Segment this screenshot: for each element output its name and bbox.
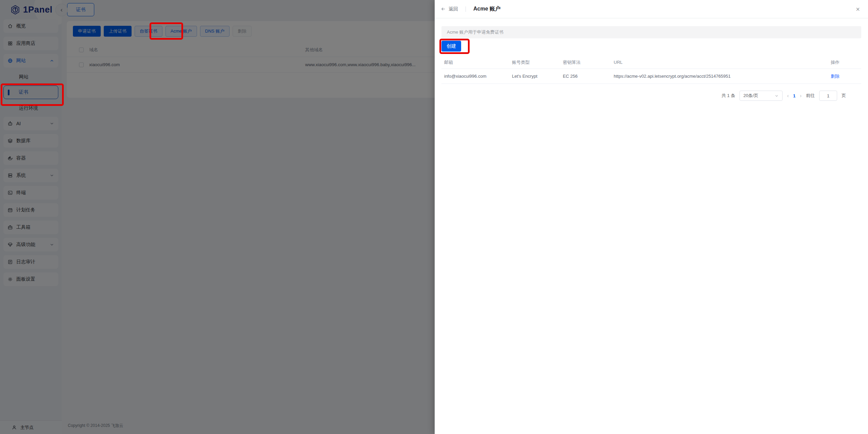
- info-alert: Acme 账户用于申请免费证书: [441, 26, 861, 38]
- column-header-key-algorithm: 密钥算法: [560, 59, 611, 65]
- column-header-url: URL: [611, 60, 828, 65]
- cell-key-algorithm: EC 256: [560, 74, 611, 79]
- cell-account-type: Let's Encrypt: [509, 74, 560, 79]
- pagination-total: 共 1 条: [722, 93, 735, 99]
- acme-account-table: 邮箱 账号类型 密钥算法 URL 操作 info@xiaocui996.com …: [441, 56, 861, 84]
- create-button[interactable]: 创建: [441, 41, 461, 52]
- arrow-left-icon: [441, 6, 446, 12]
- column-header-action: 操作: [828, 59, 861, 65]
- prev-page-button[interactable]: ‹: [787, 93, 789, 98]
- drawer-title: Acme 账户: [473, 5, 500, 13]
- cell-email: info@xiaocui996.com: [441, 74, 509, 79]
- back-button[interactable]: 返回: [441, 6, 458, 12]
- cell-url: https://acme-v02.api.letsencrypt.org/acm…: [611, 74, 828, 79]
- acme-table-header: 邮箱 账号类型 密钥算法 URL 操作: [441, 56, 861, 69]
- column-header-account-type: 账号类型: [509, 59, 560, 65]
- pagination: 共 1 条 20条/页 ‹ 1 › 前往 页: [441, 91, 861, 101]
- page-unit-label: 页: [842, 93, 846, 99]
- next-page-button[interactable]: ›: [800, 93, 802, 98]
- page-size-value: 20条/页: [743, 93, 758, 99]
- page-size-select[interactable]: 20条/页: [739, 91, 783, 101]
- header-divider: [466, 6, 466, 12]
- chevron-down-icon: [774, 94, 779, 98]
- drawer-header: 返回 Acme 账户 ×: [435, 0, 868, 18]
- info-alert-text: Acme 账户用于申请免费证书: [447, 29, 504, 35]
- table-row: info@xiaocui996.com Let's Encrypt EC 256…: [441, 69, 861, 84]
- page-number-1[interactable]: 1: [793, 93, 795, 98]
- back-button-label: 返回: [449, 6, 458, 12]
- drawer-backdrop[interactable]: [0, 0, 435, 434]
- close-icon[interactable]: ×: [856, 6, 860, 13]
- goto-label: 前往: [806, 93, 815, 99]
- column-header-email: 邮箱: [441, 59, 509, 65]
- goto-page-input[interactable]: [819, 91, 837, 101]
- drawer-body: Acme 账户用于申请免费证书 创建 邮箱 账号类型 密钥算法 URL 操作 i…: [435, 26, 868, 101]
- delete-link[interactable]: 删除: [831, 74, 840, 79]
- acme-account-drawer: 返回 Acme 账户 × Acme 账户用于申请免费证书 创建 邮箱 账号类型 …: [435, 0, 868, 434]
